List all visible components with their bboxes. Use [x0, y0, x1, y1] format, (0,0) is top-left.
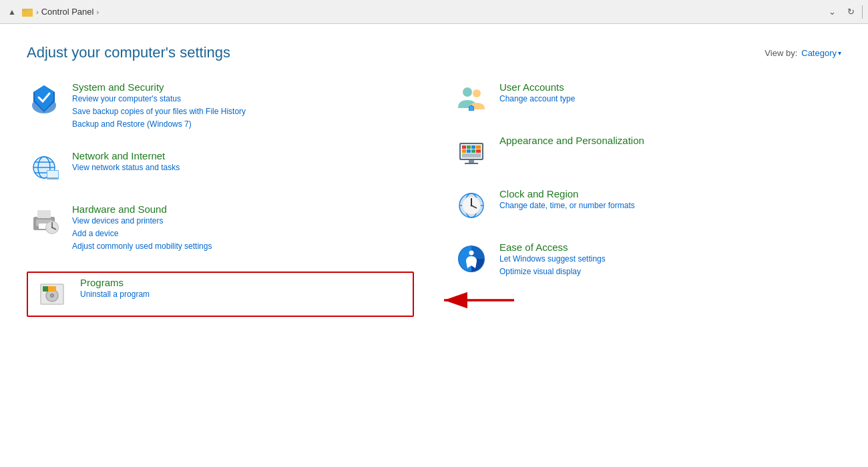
ease-of-access-link-2[interactable]: Optimize visual display — [499, 266, 841, 278]
hardware-sound-title[interactable]: Hardware and Sound — [72, 203, 167, 215]
svg-rect-45 — [471, 149, 475, 153]
address-bar-controls: ⌄ ↻ — [825, 5, 863, 19]
system-security-icon — [27, 81, 61, 116]
network-internet-icon — [27, 150, 61, 185]
user-accounts-link-1[interactable]: Change account type — [499, 93, 841, 105]
programs-icon — [35, 277, 69, 312]
network-internet-text: Network and Internet View network status… — [72, 150, 414, 174]
system-security-text: System and Security Review your computer… — [72, 81, 414, 131]
svg-rect-39 — [462, 145, 466, 149]
ease-of-access-title[interactable]: Ease of Access — [499, 242, 568, 253]
network-internet-link-1[interactable]: View network status and tasks — [72, 161, 414, 174]
svg-rect-13 — [47, 171, 58, 177]
ease-of-access-link-1[interactable]: Let Windows suggest settings — [499, 253, 841, 266]
clock-region-link-1[interactable]: Change date, time, or number formats — [499, 199, 841, 212]
category-clock-region: Clock and Region Change date, time, or n… — [454, 188, 841, 223]
svg-point-29 — [51, 295, 53, 297]
breadcrumb-separator2: › — [96, 8, 99, 16]
clock-region-text: Clock and Region Change date, time, or n… — [499, 188, 841, 212]
view-by-label: View by: — [765, 48, 797, 58]
page-title: Adjust your computer's settings — [27, 44, 230, 61]
hardware-sound-icon — [27, 203, 61, 238]
category-ease-of-access: Ease of Access Let Windows suggest setti… — [454, 242, 841, 278]
svg-rect-46 — [476, 149, 481, 153]
view-by-dropdown[interactable]: Category ▾ — [801, 48, 841, 58]
clock-region-title[interactable]: Clock and Region — [499, 188, 578, 199]
view-by-control: View by: Category ▾ — [765, 48, 841, 58]
address-bar: ▲ › Control Panel › ⌄ ↻ — [0, 0, 868, 24]
category-programs: Programs Uninstall a program — [27, 272, 414, 317]
breadcrumb-folder-icon — [21, 6, 33, 18]
svg-rect-40 — [467, 145, 471, 149]
user-accounts-text: User Accounts Change account type — [499, 81, 841, 105]
chevron-down-icon: ▾ — [838, 49, 841, 57]
svg-rect-2 — [22, 9, 27, 11]
main-content: Adjust your computer's settings View by:… — [0, 24, 868, 356]
category-system-security: System and Security Review your computer… — [27, 81, 414, 131]
svg-point-61 — [469, 251, 474, 256]
svg-rect-44 — [467, 149, 471, 153]
categories-grid: System and Security Review your computer… — [27, 81, 841, 336]
svg-rect-42 — [476, 145, 481, 149]
programs-text: Programs Uninstall a program — [80, 277, 406, 301]
category-appearance: Appearance and Personalization — [454, 135, 841, 169]
svg-point-34 — [473, 89, 481, 97]
system-security-link-2[interactable]: Save backup copies of your files with Fi… — [72, 105, 414, 118]
breadcrumb-separator: › — [36, 8, 39, 16]
svg-rect-31 — [43, 286, 48, 292]
ease-of-access-icon — [454, 242, 489, 276]
user-accounts-icon — [454, 81, 489, 116]
clock-region-icon — [454, 188, 489, 223]
programs-wrapper: Programs Uninstall a program — [27, 272, 414, 336]
refresh-btn[interactable]: ↻ — [843, 5, 858, 19]
category-network-internet: Network and Internet View network status… — [27, 150, 414, 185]
appearance-icon — [454, 135, 489, 169]
svg-rect-47 — [462, 153, 481, 157]
dropdown-arrow[interactable]: ⌄ — [825, 5, 839, 19]
breadcrumb-label: Control Panel — [41, 7, 94, 17]
system-security-title[interactable]: System and Security — [72, 81, 164, 93]
appearance-text: Appearance and Personalization — [499, 135, 841, 146]
system-security-link-3[interactable]: Backup and Restore (Windows 7) — [72, 118, 414, 131]
system-security-link-1[interactable]: Review your computer's status — [72, 93, 414, 105]
ease-of-access-text: Ease of Access Let Windows suggest setti… — [499, 242, 841, 278]
left-column: System and Security Review your computer… — [27, 81, 414, 336]
hardware-sound-link-3[interactable]: Adjust commonly used mobility settings — [72, 240, 414, 253]
svg-point-33 — [463, 87, 472, 97]
divider — [862, 5, 863, 19]
svg-rect-43 — [462, 149, 466, 153]
programs-title[interactable]: Programs — [80, 277, 124, 288]
up-arrow[interactable]: ▲ — [5, 5, 19, 19]
network-internet-title[interactable]: Network and Internet — [72, 150, 165, 161]
svg-rect-17 — [37, 210, 51, 218]
svg-rect-14 — [50, 178, 55, 179]
programs-link-1[interactable]: Uninstall a program — [80, 288, 406, 301]
category-user-accounts: User Accounts Change account type — [454, 81, 841, 116]
user-accounts-title[interactable]: User Accounts — [499, 81, 564, 93]
svg-rect-41 — [471, 145, 475, 149]
hardware-sound-text: Hardware and Sound View devices and prin… — [72, 203, 414, 254]
svg-rect-49 — [465, 163, 478, 164]
svg-rect-48 — [469, 160, 474, 163]
right-column: User Accounts Change account type — [454, 81, 841, 336]
breadcrumb-area: ▲ › Control Panel › — [5, 5, 825, 19]
appearance-title[interactable]: Appearance and Personalization — [499, 135, 644, 146]
hardware-sound-link-2[interactable]: Add a device — [72, 227, 414, 240]
view-by-value-text: Category — [801, 48, 837, 58]
hardware-sound-link-1[interactable]: View devices and printers — [72, 215, 414, 227]
header-row: Adjust your computer's settings View by:… — [27, 44, 841, 61]
category-hardware-sound: Hardware and Sound View devices and prin… — [27, 203, 414, 254]
